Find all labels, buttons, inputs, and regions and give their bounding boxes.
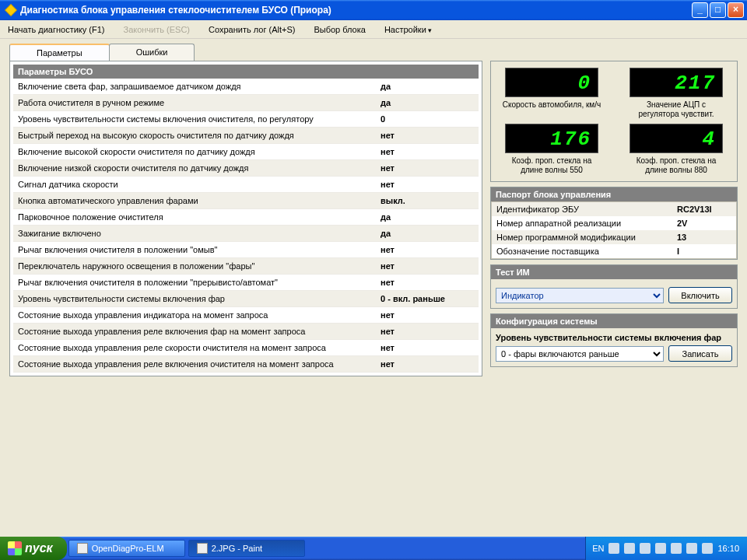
- param-row[interactable]: Парковочное положение очистителяда: [13, 209, 479, 226]
- taskbar-app-1[interactable]: OpenDiagPro-ELM: [68, 540, 185, 557]
- parameters-panel: Параметры БУСО Включение света фар, запр…: [9, 61, 482, 376]
- tray-icon[interactable]: [640, 543, 651, 554]
- tab-errors[interactable]: Ошибки: [109, 44, 195, 61]
- tray-icon[interactable]: [671, 543, 682, 554]
- param-label: Включение света фар, запрашиваемое датчи…: [18, 82, 381, 91]
- passport-row: Номер аппаратной реализации2V: [492, 216, 736, 230]
- clock[interactable]: 16:10: [717, 544, 739, 553]
- param-row[interactable]: Состояние выхода управления реле скорост…: [13, 340, 479, 356]
- app-icon: [77, 543, 88, 554]
- menu-settings[interactable]: Настройки: [384, 25, 432, 34]
- taskbar-app-1-label: OpenDiagPro-ELM: [92, 544, 164, 553]
- param-row[interactable]: Зажигание включенода: [13, 226, 479, 242]
- passport-key: Обозначение поставщика: [496, 247, 677, 256]
- param-row[interactable]: Сигнал датчика скоростинет: [13, 177, 479, 193]
- param-label: Включение низкой скорости очистителя по …: [18, 163, 381, 173]
- menu-select-block[interactable]: Выбор блока: [314, 25, 365, 34]
- test-im-select[interactable]: Индикатор: [496, 288, 664, 303]
- app-icon: [5, 4, 17, 16]
- config-save-button[interactable]: Записать: [668, 345, 732, 362]
- param-label: Уровень чувствительности системы включен…: [18, 294, 381, 303]
- system-tray[interactable]: EN 16:10: [585, 537, 747, 560]
- tray-icon[interactable]: [624, 543, 635, 554]
- param-row[interactable]: Уровень чувствительности системы включен…: [13, 111, 479, 128]
- gauge-label: Коэф. проп. стекла на длине волны 550: [501, 156, 602, 175]
- param-value: нет: [381, 278, 474, 287]
- parameters-title: Параметры БУСО: [13, 65, 479, 79]
- param-label: Переключатель наружного освещения в поло…: [18, 261, 381, 271]
- passport-panel: Паспорт блока управления Идентификатор Э…: [490, 187, 738, 260]
- param-row[interactable]: Состояние выхода управления реле включен…: [13, 356, 479, 373]
- passport-row: Обозначение поставщикаI: [492, 244, 736, 258]
- param-label: Сигнал датчика скорости: [18, 180, 381, 189]
- param-value: нет: [381, 359, 474, 369]
- param-value: да: [381, 212, 474, 222]
- passport-key: Идентификатор ЭБУ: [496, 205, 677, 214]
- param-row[interactable]: Включение низкой скорости очистителя по …: [13, 160, 479, 177]
- param-value: нет: [381, 261, 474, 271]
- param-label: Состояние выхода управления индикатора н…: [18, 310, 381, 320]
- param-value: выкл.: [381, 196, 474, 205]
- param-value: нет: [381, 310, 474, 320]
- app-icon: [197, 543, 208, 554]
- config-panel: Конфигурация системы Уровень чувствитель…: [490, 313, 738, 367]
- gauge: 176Коэф. проп. стекла на длине волны 550: [497, 124, 606, 175]
- param-row[interactable]: Рычаг включения очистителя в положении "…: [13, 242, 479, 258]
- param-row[interactable]: Состояние выхода управления реле включен…: [13, 324, 479, 340]
- param-value: нет: [381, 180, 474, 189]
- menu-save-log[interactable]: Сохранить лог (Alt+S): [209, 25, 295, 34]
- gauge-label: Коэф. проп. стекла на длине волны 880: [626, 156, 727, 175]
- passport-value: RC2V13I: [677, 205, 731, 214]
- param-row[interactable]: Быстрый переход на высокую скорость очис…: [13, 128, 479, 144]
- gauge-label: Значение АЦП с регулятора чувствит.: [626, 100, 727, 119]
- param-label: Парковочное положение очистителя: [18, 212, 381, 222]
- close-button[interactable]: ×: [728, 2, 744, 18]
- maximize-button[interactable]: □: [710, 2, 726, 18]
- taskbar-app-2[interactable]: 2.JPG - Paint: [188, 540, 305, 557]
- param-row[interactable]: Состояние выхода управления индикатора н…: [13, 307, 479, 324]
- param-label: Кнопка автоматического управления фарами: [18, 196, 381, 205]
- param-row[interactable]: Работа очистителя в ручном режимеда: [13, 95, 479, 111]
- param-label: Включение высокой скорости очистителя по…: [18, 147, 381, 156]
- menubar: Начать диагностику (F1) Закончить (ESC) …: [0, 20, 747, 39]
- param-row[interactable]: Включение света фар, запрашиваемое датчи…: [13, 79, 479, 95]
- param-label: Состояние выхода управления реле скорост…: [18, 343, 381, 352]
- test-im-enable-button[interactable]: Включить: [668, 287, 732, 303]
- param-label: Быстрый переход на высокую скорость очис…: [18, 131, 381, 140]
- tray-icon[interactable]: [655, 543, 666, 554]
- passport-title: Паспорт блока управления: [491, 187, 737, 201]
- param-row[interactable]: Рычаг включения очистителя в положении "…: [13, 275, 479, 291]
- config-select[interactable]: 0 - фары включаются раньше: [496, 346, 664, 362]
- passport-key: Номер программной модификации: [496, 233, 677, 242]
- config-label: Уровень чувствительности системы включен…: [496, 333, 732, 342]
- tab-parameters[interactable]: Параметры: [9, 44, 110, 61]
- param-label: Состояние выхода управления реле включен…: [18, 327, 381, 336]
- param-value: нет: [381, 245, 474, 254]
- gauges-panel: 0Скорость автомобиля, км/ч217Значение АЦ…: [490, 61, 738, 182]
- minimize-button[interactable]: _: [692, 2, 708, 18]
- start-button[interactable]: пуск: [0, 537, 67, 560]
- test-im-panel: Тест ИМ Индикатор Включить: [490, 264, 738, 309]
- tray-icon[interactable]: [686, 543, 697, 554]
- param-value: нет: [381, 343, 474, 352]
- param-row[interactable]: Переключатель наружного освещения в поло…: [13, 258, 479, 275]
- gauge: 4Коэф. проп. стекла на длине волны 880: [622, 124, 731, 175]
- passport-row: Номер программной модификации13: [492, 230, 736, 244]
- param-row[interactable]: Уровень чувствительности системы включен…: [13, 291, 479, 307]
- param-value: 0: [381, 114, 474, 124]
- lang-indicator[interactable]: EN: [592, 544, 604, 553]
- tray-icon[interactable]: [702, 543, 713, 554]
- menu-start-diag[interactable]: Начать диагностику (F1): [8, 25, 104, 34]
- param-label: Зажигание включено: [18, 229, 381, 238]
- gauge-value: 176: [505, 124, 598, 153]
- tray-icon[interactable]: [608, 543, 619, 554]
- taskbar: пуск OpenDiagPro-ELM 2.JPG - Paint EN 16…: [0, 537, 747, 560]
- passport-value: 13: [677, 233, 731, 242]
- windows-logo-icon: [8, 541, 22, 555]
- param-row[interactable]: Кнопка автоматического управления фарами…: [13, 193, 479, 209]
- param-label: Уровень чувствительности системы включен…: [18, 114, 381, 124]
- passport-key: Номер аппаратной реализации: [496, 219, 677, 228]
- param-row[interactable]: Включение высокой скорости очистителя по…: [13, 144, 479, 160]
- window-title: Диагностика блока управления стеклоочист…: [20, 5, 692, 16]
- param-value: нет: [381, 147, 474, 156]
